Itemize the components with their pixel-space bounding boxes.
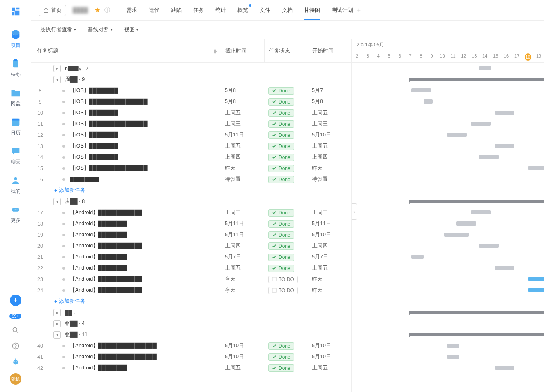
- task-row[interactable]: 20【Android】████████████上周四Done上周四: [31, 240, 351, 251]
- sidebar-item-person[interactable]: 我的: [10, 175, 21, 195]
- task-title[interactable]: 【Android】████████: [70, 364, 221, 371]
- group-row[interactable]: ▸n███y · 7: [31, 63, 351, 74]
- status-cell[interactable]: Done: [264, 98, 308, 106]
- task-title[interactable]: ████████: [70, 177, 221, 182]
- gantt-task-bar[interactable]: [495, 266, 514, 270]
- gantt-group-bar[interactable]: [409, 333, 544, 336]
- group-row[interactable]: ▸██ · 11: [31, 307, 351, 318]
- sidebar-item-dots[interactable]: 更多: [10, 204, 21, 224]
- gantt-task-bar[interactable]: [479, 155, 499, 159]
- toggle-icon[interactable]: ▾: [53, 198, 61, 205]
- group-row[interactable]: ▾张██ · 11: [31, 329, 351, 340]
- task-title[interactable]: 【Android】████████: [70, 220, 221, 227]
- gantt-task-bar[interactable]: [447, 344, 459, 348]
- toggle-icon[interactable]: ▸: [53, 320, 61, 327]
- task-row[interactable]: 21【Android】████████5月7日Done5月7日: [31, 251, 351, 263]
- task-title[interactable]: 【Android】████████████: [70, 276, 221, 283]
- status-cell[interactable]: Done: [264, 109, 308, 117]
- status-cell[interactable]: Done: [264, 209, 308, 217]
- gantt-task-bar[interactable]: [456, 221, 476, 226]
- status-cell[interactable]: Done: [264, 353, 308, 361]
- task-title[interactable]: 【iOS】████████: [70, 109, 221, 116]
- toggle-icon[interactable]: ▾: [53, 76, 61, 83]
- bot-icon[interactable]: [12, 357, 20, 366]
- task-row[interactable]: 13【iOS】████████上周五Done上周五: [31, 141, 351, 152]
- toggle-icon[interactable]: ▾: [53, 331, 61, 339]
- status-cell[interactable]: Done: [264, 364, 308, 372]
- task-title[interactable]: 【iOS】████████████████: [70, 98, 221, 105]
- col-start[interactable]: 开始时间: [308, 39, 351, 62]
- task-row[interactable]: 9【iOS】████████████████5月8日Done5月8日: [31, 96, 351, 107]
- task-row[interactable]: 12【iOS】████████5月11日Done5月10日: [31, 129, 351, 141]
- task-row[interactable]: 8【iOS】████████5月8日Done5月7日: [31, 85, 351, 96]
- status-cell[interactable]: Done: [264, 120, 308, 128]
- task-title[interactable]: 【Android】████████████: [70, 287, 221, 294]
- tab-文件[interactable]: 文件: [260, 1, 270, 20]
- tab-测试计划[interactable]: 测试计划: [332, 1, 353, 20]
- task-row[interactable]: 14【iOS】████████上周四Done上周四: [31, 152, 351, 163]
- status-cell[interactable]: Done: [264, 143, 308, 150]
- add-tab-button[interactable]: +: [357, 7, 361, 14]
- group-row[interactable]: ▸张██ · 4: [31, 318, 351, 329]
- baseline-dropdown[interactable]: 基线对照▾: [88, 26, 113, 33]
- task-title[interactable]: 【iOS】████████: [70, 143, 221, 150]
- task-title[interactable]: 【Android】████████████: [70, 209, 221, 216]
- task-row[interactable]: 16████████待设置Done待设置: [31, 174, 351, 185]
- add-task-row[interactable]: +添加新任务: [31, 185, 351, 196]
- status-cell[interactable]: Done: [264, 87, 308, 95]
- group-row[interactable]: ▾周██ · 9: [31, 74, 351, 85]
- status-cell[interactable]: Done: [264, 342, 308, 350]
- status-cell[interactable]: Done: [264, 254, 308, 261]
- task-title[interactable]: 【Android】████████████: [70, 242, 221, 249]
- tab-概览[interactable]: 概览: [237, 1, 248, 20]
- tab-文档[interactable]: 文档: [282, 1, 293, 20]
- task-title[interactable]: 【iOS】████████: [70, 131, 221, 138]
- task-row[interactable]: 19【Android】████████5月11日Done5月10日: [31, 229, 351, 240]
- home-button[interactable]: 首页: [39, 5, 66, 16]
- tab-迭代[interactable]: 迭代: [149, 1, 159, 20]
- task-row[interactable]: 41【Android】████████████████5月10日Done5月10…: [31, 351, 351, 362]
- gantt-task-bar[interactable]: [444, 233, 469, 237]
- sidebar-item-chat[interactable]: 聊天: [10, 145, 21, 166]
- gantt-task-bar[interactable]: [424, 99, 433, 104]
- gantt-group-bar[interactable]: [479, 66, 491, 70]
- col-due[interactable]: 截止时间: [221, 39, 264, 62]
- gantt-task-bar[interactable]: [411, 255, 424, 259]
- sidebar-item-clipboard[interactable]: 待办: [10, 58, 21, 78]
- gantt-task-bar[interactable]: [411, 88, 431, 92]
- task-title[interactable]: 【iOS】████████████████: [70, 120, 221, 127]
- task-row[interactable]: 17【Android】████████████上周三Done上周三: [31, 207, 351, 218]
- gantt-task-bar[interactable]: [471, 210, 491, 214]
- task-title[interactable]: 【Android】████████████████: [70, 342, 221, 349]
- add-button[interactable]: +: [10, 295, 21, 306]
- task-title[interactable]: 【Android】████████: [70, 231, 221, 238]
- sidebar-item-cube[interactable]: 项目: [10, 29, 21, 49]
- status-cell[interactable]: TO DO: [264, 287, 308, 294]
- gantt-task-bar[interactable]: [495, 144, 514, 148]
- task-row[interactable]: 42【Android】████████上周五Done上周五: [31, 362, 351, 374]
- toggle-icon[interactable]: ▸: [53, 309, 61, 316]
- status-cell[interactable]: Done: [264, 165, 308, 172]
- user-avatar[interactable]: 张帆: [10, 373, 21, 385]
- gantt-task-bar[interactable]: [447, 355, 459, 359]
- gantt-task-bar[interactable]: [528, 166, 544, 170]
- task-title[interactable]: 【Android】████████████████: [70, 353, 221, 360]
- task-title[interactable]: 【Android】████████: [70, 265, 221, 272]
- gantt-group-bar[interactable]: [409, 311, 544, 314]
- gantt-group-bar[interactable]: [409, 200, 544, 203]
- status-cell[interactable]: Done: [264, 220, 308, 228]
- star-icon[interactable]: ★: [95, 6, 100, 14]
- group-row[interactable]: ▾唐██ · 8: [31, 196, 351, 207]
- info-icon[interactable]: ⓘ: [104, 7, 110, 14]
- tab-任务[interactable]: 任务: [193, 1, 204, 20]
- gantt-task-bar[interactable]: [495, 366, 514, 370]
- task-row[interactable]: 11【iOS】████████████████上周三Done上周三: [31, 118, 351, 129]
- task-row[interactable]: 24【Android】████████████今天TO DO昨天: [31, 285, 351, 296]
- tab-缺陷[interactable]: 缺陷: [171, 1, 182, 20]
- task-row[interactable]: 10【iOS】████████上周五Done上周五: [31, 107, 351, 118]
- sidebar-item-calendar[interactable]: 日历: [10, 116, 21, 136]
- gantt-task-bar[interactable]: [528, 277, 544, 281]
- tab-甘特图[interactable]: 甘特图: [304, 1, 320, 20]
- task-row[interactable]: 15【iOS】████████████████昨天Done昨天: [31, 163, 351, 174]
- status-cell[interactable]: Done: [264, 154, 308, 161]
